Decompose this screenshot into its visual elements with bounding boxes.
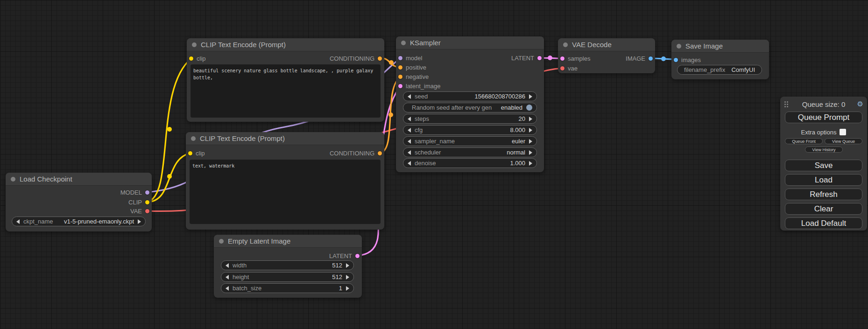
width-widget[interactable]: width 512 [221,260,354,270]
collapse-dot-icon[interactable] [11,177,15,182]
clear-button[interactable]: Clear [785,203,862,215]
conditioning-port-icon[interactable] [398,65,402,70]
load-default-button[interactable]: Load Default [785,217,862,229]
latent-port-icon[interactable] [398,84,402,88]
increment-arrow-icon[interactable] [529,161,532,166]
view-queue-button[interactable]: View Queue [825,138,862,144]
node-title-bar[interactable]: KSampler [396,36,544,49]
extra-options-checkbox[interactable] [840,129,846,135]
collapse-dot-icon[interactable] [563,42,568,47]
decrement-arrow-icon[interactable] [408,94,411,99]
queue-menu-panel[interactable]: Queue size: 0 ⚙ Queue Prompt Extra optio… [780,97,867,231]
next-value-arrow-icon[interactable] [138,219,141,224]
random-seed-toggle-widget[interactable]: Random seed after every gen enabled [403,103,537,112]
collapse-dot-icon[interactable] [192,42,197,47]
model-port-icon[interactable] [398,56,402,60]
collapse-dot-icon[interactable] [401,41,406,45]
vae-port-icon[interactable] [560,66,565,70]
clip-port-icon[interactable] [189,56,193,61]
node-vae-decode[interactable]: VAE Decode samples vae IMAGE [558,38,655,73]
decrement-arrow-icon[interactable] [408,117,411,121]
image-port-icon[interactable] [649,56,653,61]
view-history-button[interactable]: View History [805,147,843,153]
node-title-bar[interactable]: Save Image [671,40,769,53]
increment-arrow-icon[interactable] [529,94,532,99]
input-negative[interactable]: negative [398,72,429,81]
input-clip[interactable]: clip [188,149,205,157]
drag-handle-icon[interactable] [784,101,788,107]
input-latent-image[interactable]: latent_image [398,82,440,90]
node-load-checkpoint[interactable]: Load Checkpoint MODEL CLIP VAE ckpt_name… [6,173,152,231]
filename-prefix-widget[interactable]: filename_prefix ComfyUI [677,65,762,75]
clip-port-icon[interactable] [145,200,149,204]
node-empty-latent-image[interactable]: Empty Latent Image LATENT width 512 heig… [214,235,362,298]
node-clip-text-encode-negative[interactable]: CLIP Text Encode (Prompt) clip CONDITION… [186,132,384,230]
output-image[interactable]: IMAGE [626,54,653,63]
refresh-button[interactable]: Refresh [785,189,862,200]
increment-arrow-icon[interactable] [529,128,532,133]
settings-gear-icon[interactable]: ⚙ [857,100,863,108]
increment-arrow-icon[interactable] [529,117,532,121]
output-latent[interactable]: LATENT [329,252,360,260]
output-conditioning[interactable]: CONDITIONING [330,54,382,63]
latent-port-icon[interactable] [560,56,565,61]
clip-port-icon[interactable] [188,151,192,155]
output-model[interactable]: MODEL [120,188,149,196]
queue-prompt-button[interactable]: Queue Prompt [785,112,862,123]
increment-arrow-icon[interactable] [346,263,349,268]
cfg-widget[interactable]: cfg 8.000 [403,125,537,135]
node-clip-text-encode-positive[interactable]: CLIP Text Encode (Prompt) clip CONDITION… [187,38,384,122]
decrement-arrow-icon[interactable] [408,161,411,166]
conditioning-port-icon[interactable] [398,75,402,79]
input-model[interactable]: model [398,54,422,62]
conditioning-port-icon[interactable] [378,56,382,61]
input-samples[interactable]: samples [560,54,590,63]
denoise-widget[interactable]: denoise 1.000 [403,158,537,168]
image-port-icon[interactable] [674,58,678,62]
latent-port-icon[interactable] [355,254,360,258]
load-button[interactable]: Load [785,174,862,186]
prompt-textarea[interactable]: beautiful scenery nature glass bottle la… [191,64,381,118]
scheduler-widget[interactable]: scheduler normal [403,147,537,157]
seed-widget[interactable]: seed 156680208700286 [403,91,537,101]
node-title-bar[interactable]: CLIP Text Encode (Prompt) [187,38,384,51]
decrement-arrow-icon[interactable] [226,286,229,291]
decrement-arrow-icon[interactable] [226,275,229,280]
output-clip[interactable]: CLIP [128,198,149,206]
collapse-dot-icon[interactable] [677,44,681,49]
next-value-arrow-icon[interactable] [529,150,532,155]
node-ksampler[interactable]: KSampler model positive negative latent_… [396,36,544,172]
collapse-dot-icon[interactable] [219,239,224,244]
decrement-arrow-icon[interactable] [408,128,411,133]
output-vae[interactable]: VAE [130,207,149,215]
queue-front-button[interactable]: Queue Front [785,138,823,144]
collapse-dot-icon[interactable] [191,136,196,141]
input-clip[interactable]: clip [189,54,206,63]
input-images[interactable]: images [674,56,701,64]
decrement-arrow-icon[interactable] [226,263,229,268]
vae-port-icon[interactable] [145,209,149,213]
node-title-bar[interactable]: VAE Decode [558,38,655,51]
toggle-knob-icon[interactable] [526,105,532,111]
batch-size-widget[interactable]: batch_size 1 [221,283,354,293]
output-conditioning[interactable]: CONDITIONING [330,149,382,157]
output-latent[interactable]: LATENT [511,54,542,62]
save-button[interactable]: Save [785,160,862,171]
model-port-icon[interactable] [145,190,149,195]
increment-arrow-icon[interactable] [346,286,349,291]
input-vae[interactable]: vae [560,64,578,72]
next-value-arrow-icon[interactable] [529,139,532,144]
graph-canvas[interactable]: Load Checkpoint MODEL CLIP VAE ckpt_name… [0,0,868,329]
node-save-image[interactable]: Save Image images filename_prefix ComfyU… [671,40,769,79]
ckpt-name-widget[interactable]: ckpt_name v1-5-pruned-emaonly.ckpt [12,217,146,226]
steps-widget[interactable]: steps 20 [403,114,537,124]
node-title-bar[interactable]: Empty Latent Image [214,235,362,248]
sampler-name-widget[interactable]: sampler_name euler [403,136,537,146]
height-widget[interactable]: height 512 [221,272,354,282]
input-positive[interactable]: positive [398,63,426,71]
prompt-textarea[interactable]: text, watermark [190,160,381,224]
conditioning-port-icon[interactable] [378,151,382,155]
latent-port-icon[interactable] [537,56,542,60]
node-title-bar[interactable]: Load Checkpoint [6,173,152,186]
prev-value-arrow-icon[interactable] [408,150,411,155]
